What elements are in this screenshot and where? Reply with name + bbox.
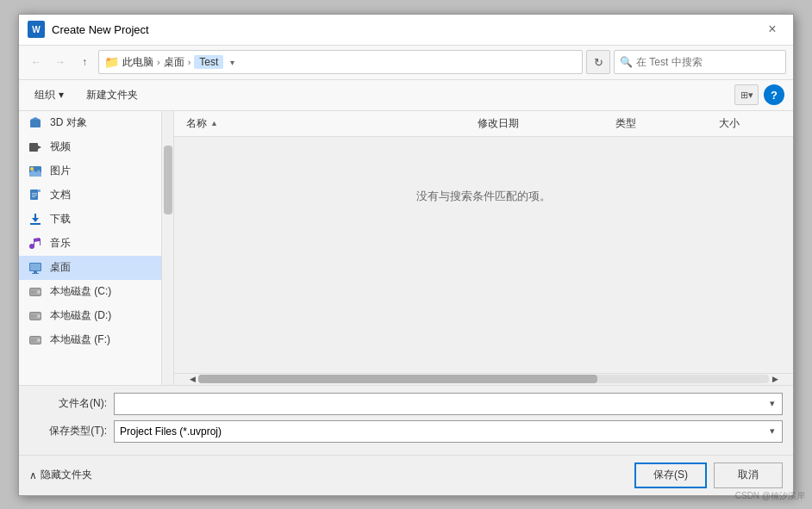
back-button[interactable]: ← xyxy=(26,52,47,72)
action-bar: ∧ 隐藏文件夹 保存(S) 取消 xyxy=(19,455,793,495)
sidebar-item-music[interactable]: 音乐 xyxy=(19,232,173,256)
filetype-select[interactable]: Project Files (*.uvproj) ▾ xyxy=(114,420,783,443)
hide-folders-label: 隐藏文件夹 xyxy=(41,468,92,482)
hide-folders-arrow: ∧ xyxy=(29,469,37,481)
sidebar-item-3d[interactable]: 3D 对象 xyxy=(19,111,173,135)
music-icon xyxy=(28,236,43,251)
file-area: 名称 ▲ 修改日期 类型 大小 没有与搜索条件匹配的项。 ◀ xyxy=(174,111,793,385)
toolbar: 组织 ▾ 新建文件夹 ⊞ ▾ ? xyxy=(19,80,793,111)
image-icon xyxy=(28,164,43,179)
svg-rect-36 xyxy=(31,341,34,342)
svg-rect-13 xyxy=(30,223,41,225)
nav-bar: ← → ↑ 📁 此电脑 › 桌面 › Test ▾ ↻ 🔍 xyxy=(19,46,793,80)
search-input[interactable] xyxy=(636,56,757,68)
filetype-value: Project Files (*.uvproj) xyxy=(120,425,222,438)
header-type[interactable]: 类型 xyxy=(612,115,715,133)
up-button[interactable]: ↑ xyxy=(74,52,95,72)
scroll-thumb xyxy=(164,146,172,214)
toolbar-left: 组织 ▾ 新建文件夹 xyxy=(28,85,145,105)
sidebar-scrollbar[interactable] xyxy=(161,111,173,385)
file-header: 名称 ▲ 修改日期 类型 大小 xyxy=(174,111,793,137)
drive-d-icon xyxy=(28,308,43,324)
breadcrumb-sep-2: › xyxy=(188,57,191,67)
search-bar: 🔍 xyxy=(614,50,786,74)
close-button[interactable]: × xyxy=(760,21,784,38)
filename-input[interactable]: ▾ xyxy=(114,393,783,415)
svg-rect-17 xyxy=(40,239,41,245)
svg-rect-2 xyxy=(29,143,38,152)
new-folder-button[interactable]: 新建文件夹 xyxy=(79,85,145,105)
svg-rect-16 xyxy=(34,239,34,246)
video-icon xyxy=(28,140,43,155)
view-toggle-button[interactable]: ⊞ ▾ xyxy=(734,84,759,105)
refresh-button[interactable]: ↻ xyxy=(586,50,610,74)
header-size[interactable]: 大小 xyxy=(715,115,784,133)
h-scroll-thumb xyxy=(198,375,597,383)
svg-rect-35 xyxy=(31,339,36,340)
sidebar-item-video[interactable]: 视频 xyxy=(19,135,173,159)
download-icon xyxy=(28,212,43,227)
dialog-window: W Create New Project × ← → ↑ 📁 此电脑 › 桌面 … xyxy=(18,14,794,496)
sidebar-item-desktop[interactable]: 桌面 xyxy=(19,256,173,280)
svg-marker-1 xyxy=(30,117,41,120)
bottom-form: 文件名(N): ▾ 保存类型(T): Project Files (*.uvpr… xyxy=(19,385,793,455)
sidebar-item-document[interactable]: 文档 xyxy=(19,183,173,208)
action-buttons: 保存(S) 取消 xyxy=(634,462,783,488)
toolbar-right: ⊞ ▾ ? xyxy=(734,84,784,105)
document-icon xyxy=(28,188,43,203)
sidebar-item-drive-c[interactable]: 本地磁盘 (C:) xyxy=(19,280,173,304)
sidebar: 3D 对象 视频 xyxy=(19,111,174,385)
svg-rect-21 xyxy=(32,273,39,274)
filename-dropdown-arrow[interactable]: ▾ xyxy=(770,398,777,409)
svg-rect-9 xyxy=(38,189,41,192)
svg-rect-26 xyxy=(31,293,34,294)
drive-c-icon xyxy=(28,284,43,300)
svg-point-6 xyxy=(30,167,34,171)
title-bar: W Create New Project × xyxy=(19,15,793,46)
dialog-title: Create New Project xyxy=(52,23,149,36)
breadcrumb-test[interactable]: Test xyxy=(194,55,223,69)
watermark: CSDN @楠汐溪岸 xyxy=(735,490,805,502)
filetype-dropdown-arrow[interactable]: ▾ xyxy=(770,425,777,437)
filetype-row: 保存类型(T): Project Files (*.uvproj) ▾ xyxy=(29,420,783,443)
svg-point-34 xyxy=(37,338,41,342)
header-name[interactable]: 名称 ▲ xyxy=(183,115,474,133)
help-button[interactable]: ? xyxy=(764,84,784,105)
horizontal-scrollbar[interactable]: ◀ ▶ xyxy=(174,373,793,385)
h-scroll-right-arrow[interactable]: ▶ xyxy=(769,373,781,385)
h-scroll-left-arrow[interactable]: ◀ xyxy=(186,373,198,385)
svg-rect-10 xyxy=(32,193,37,194)
svg-point-29 xyxy=(37,314,41,318)
header-date[interactable]: 修改日期 xyxy=(474,115,612,133)
address-dropdown-arrow[interactable]: ▾ xyxy=(230,58,234,67)
app-icon: W xyxy=(28,21,45,38)
folder-icon: 📁 xyxy=(104,55,119,69)
organize-button[interactable]: 组织 ▾ xyxy=(28,85,71,105)
breadcrumb-this-pc[interactable]: 此电脑 xyxy=(122,55,153,70)
svg-rect-31 xyxy=(31,317,34,318)
forward-button[interactable]: → xyxy=(50,52,71,72)
breadcrumb-desktop[interactable]: 桌面 xyxy=(164,55,184,70)
cancel-button[interactable]: 取消 xyxy=(714,462,783,488)
svg-rect-11 xyxy=(32,195,37,196)
sidebar-item-drive-d[interactable]: 本地磁盘 (D:) xyxy=(19,304,173,328)
search-icon: 🔍 xyxy=(620,56,633,68)
save-button[interactable]: 保存(S) xyxy=(634,462,707,488)
sidebar-item-download[interactable]: 下载 xyxy=(19,208,173,232)
sort-arrow-name: ▲ xyxy=(210,119,218,127)
hide-folders-toggle[interactable]: ∧ 隐藏文件夹 xyxy=(29,468,92,482)
file-list: 没有与搜索条件匹配的项。 xyxy=(174,137,793,373)
drive-f-icon xyxy=(28,332,43,348)
svg-rect-0 xyxy=(30,120,41,127)
svg-rect-12 xyxy=(32,196,35,197)
svg-marker-3 xyxy=(38,146,41,149)
main-content: 3D 对象 视频 xyxy=(19,111,793,385)
sidebar-item-image[interactable]: 图片 xyxy=(19,159,173,183)
title-left: W Create New Project xyxy=(28,21,149,38)
svg-rect-30 xyxy=(31,315,36,316)
h-scroll-track xyxy=(198,375,769,383)
breadcrumb-sep-1: › xyxy=(157,57,160,67)
filename-row: 文件名(N): ▾ xyxy=(29,393,783,415)
address-bar: 📁 此电脑 › 桌面 › Test ▾ xyxy=(98,50,583,74)
sidebar-item-drive-f[interactable]: 本地磁盘 (F:) xyxy=(19,328,173,352)
